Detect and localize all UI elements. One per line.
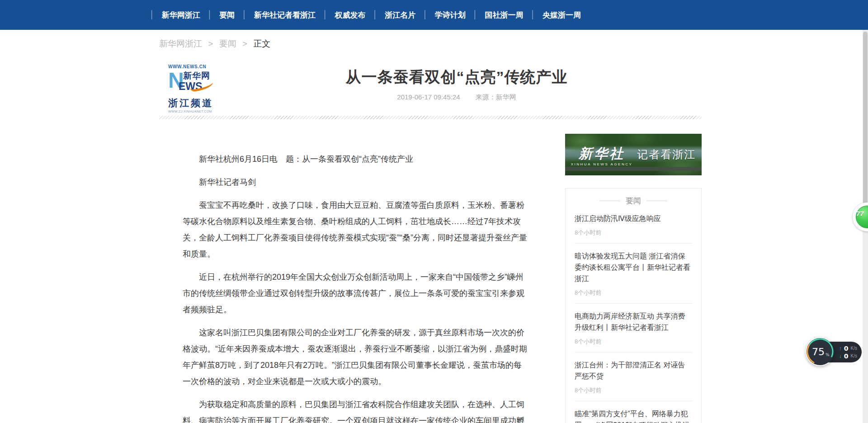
news-box-header: 要闻 bbox=[575, 196, 692, 206]
xinhuanet-logo[interactable]: WWW.NEWS.CN N 新华网 EWS 浙江频道 WWW.ZJ.XINHUA… bbox=[168, 64, 218, 113]
nav-item[interactable]: 央媒浙一周 bbox=[536, 10, 588, 20]
nav-item[interactable]: 新华社记者看浙江 bbox=[247, 10, 322, 20]
nav-item[interactable]: 国社浙一周 bbox=[478, 10, 530, 20]
breadcrumb-current: 正文 bbox=[253, 39, 270, 48]
nav-separator: │ bbox=[322, 10, 328, 19]
nav-item[interactable]: 要闻 bbox=[212, 10, 241, 20]
svg-text:75: 75 bbox=[812, 346, 825, 357]
breadcrumb-section[interactable]: 要闻 bbox=[219, 39, 236, 48]
breadcrumb-home[interactable]: 新华网浙江 bbox=[159, 39, 202, 48]
nav-item[interactable]: 浙江名片 bbox=[378, 10, 422, 20]
nav-separator: │ bbox=[241, 10, 247, 19]
header-line-right bbox=[646, 201, 667, 201]
chevron-right-icon: > bbox=[242, 39, 247, 48]
nav-separator: │ bbox=[149, 10, 155, 19]
news-item-time: 8个小时前 bbox=[575, 229, 692, 237]
news-item-title[interactable]: 暗访体验发现五大问题 浙江省消保委约谈长租公寓平台丨新华社记者看浙江 bbox=[575, 250, 692, 284]
news-item: 电商助力两岸经济新互动 共享消费升级红利丨新华社记者看浙江8个小时前 bbox=[575, 304, 692, 352]
download-speed-value: 0 bbox=[844, 352, 849, 360]
nav-item[interactable]: 权威发布 bbox=[328, 10, 373, 20]
nav-item[interactable]: 新华网浙江 bbox=[155, 10, 207, 20]
page: │新华网浙江│要闻│新华社记者看浙江│权威发布│浙江名片│学诗计划│国社浙一周│… bbox=[0, 0, 868, 423]
article-paragraph: 近日，在杭州举行的2019年全国大众创业万众创新活动周上，一家来自“中国领带之乡… bbox=[183, 269, 527, 318]
breadcrumb: 新华网浙江 > 要闻 > 正文 bbox=[159, 38, 868, 50]
speed-ball-value: 77 bbox=[856, 210, 864, 217]
hatched-divider bbox=[159, 116, 702, 119]
browser-speed-ball[interactable]: 77 bbox=[853, 202, 868, 231]
news-item-time: 8个小时前 bbox=[575, 338, 692, 346]
upload-speed-unit: K/s bbox=[851, 346, 857, 351]
article-paragraph: 为获取稳定和高质量的原料，巴贝集团与浙江省农科院合作组建攻关团队，在选种、人工饲… bbox=[183, 396, 527, 423]
news-item-time: 8个小时前 bbox=[575, 386, 692, 395]
news-item-title[interactable]: 电商助力两岸经济新互动 共享消费升级红利丨新华社记者看浙江 bbox=[575, 310, 692, 333]
news-list: 浙江启动防汛Ⅳ级应急响应8个小时前暗访体验发现五大问题 浙江省消保委约谈长租公寓… bbox=[575, 206, 692, 423]
xinhua-agency-logo: 新华社 XINHUA NEWS AGENCY bbox=[571, 145, 633, 166]
publish-date: 2019-06-17 09:45:24 bbox=[397, 93, 460, 101]
article-meta: 2019-06-17 09:45:24来源：新华网 bbox=[298, 93, 615, 102]
agency-sub-text: XINHUA NEWS AGENCY bbox=[571, 162, 633, 166]
news-item: 浙江台州：为干部澄清正名 对诬告严惩不贷8个小时前 bbox=[575, 352, 692, 401]
svg-text:%: % bbox=[826, 352, 830, 357]
nav-separator: │ bbox=[530, 10, 536, 19]
logo-channel-name: 浙江频道 bbox=[168, 97, 218, 109]
news-item: 瞄准“第四方支付”平台、网络暴力犯罪——“净网2019”专项行动深入推进8个小时… bbox=[575, 401, 692, 423]
news-item: 浙江启动防汛Ⅳ级应急响应8个小时前 bbox=[575, 206, 692, 244]
banner-title: 记者看浙江 bbox=[637, 147, 696, 162]
news-item-title[interactable]: 浙江启动防汛Ⅳ级应急响应 bbox=[575, 213, 692, 224]
sidebar-banner[interactable]: 新华社 XINHUA NEWS AGENCY 记者看浙江 bbox=[565, 134, 702, 175]
article-paragraph: 蚕宝宝不再吃桑叶，改换了口味，食用由大豆豆粕、豆腐渣等蛋白质原料，玉米粉、番薯粉… bbox=[183, 197, 527, 262]
header-line-left bbox=[599, 201, 620, 201]
nav-separator: │ bbox=[207, 10, 213, 19]
chevron-right-icon: > bbox=[208, 39, 213, 48]
headline-news-box: 要闻 浙江启动防汛Ⅳ级应急响应8个小时前暗访体验发现五大问题 浙江省消保委约谈长… bbox=[565, 188, 702, 423]
scrollbar-thumb[interactable] bbox=[863, 32, 868, 206]
nav-separator: │ bbox=[422, 10, 428, 19]
source-label: 来源： bbox=[476, 93, 496, 101]
agency-script-text: 新华社 bbox=[571, 145, 633, 163]
news-item-title[interactable]: 瞄准“第四方支付”平台、网络暴力犯罪——“净网2019”专项行动深入推进 bbox=[575, 408, 692, 423]
article-paragraph: 新华社记者马剑 bbox=[183, 174, 527, 190]
download-speed-unit: K/s bbox=[851, 353, 857, 358]
upload-speed-value: 0 bbox=[844, 345, 849, 352]
article-paragraph: 新华社杭州6月16日电 题：从一条蚕看双创“点亮”传统产业 bbox=[183, 151, 527, 167]
source-name[interactable]: 新华网 bbox=[496, 93, 516, 101]
article-body: 新华社杭州6月16日电 题：从一条蚕看双创“点亮”传统产业新华社记者马剑蚕宝宝不… bbox=[159, 134, 549, 423]
nav-item[interactable]: 学诗计划 bbox=[428, 10, 472, 20]
xinhuanet-news-logo-icon: N 新华网 EWS bbox=[168, 70, 218, 93]
logo-bottom-url: WWW.ZJ.XINHUANET.COM bbox=[168, 110, 218, 113]
nav-separator: │ bbox=[472, 10, 478, 19]
article-header: WWW.NEWS.CN N 新华网 EWS 浙江频道 WWW.ZJ.XINHUA… bbox=[159, 50, 702, 116]
top-nav-bar: │新华网浙江│要闻│新华社记者看浙江│权威发布│浙江名片│学诗计划│国社浙一周│… bbox=[0, 0, 868, 30]
memory-gauge-icon: 75 % bbox=[806, 337, 835, 366]
news-box-title: 要闻 bbox=[626, 196, 641, 206]
nav-separator: │ bbox=[373, 10, 378, 19]
sidebar: 新华社 XINHUA NEWS AGENCY 记者看浙江 要闻 浙江启动防汛Ⅳ级… bbox=[565, 134, 702, 423]
news-item: 暗访体验发现五大问题 浙江省消保委约谈长租公寓平台丨新华社记者看浙江8个小时前 bbox=[575, 244, 692, 304]
news-item-time: 8个小时前 bbox=[575, 289, 692, 297]
browser-resource-widget[interactable]: ↑ 0 K/s ↓ 0 K/s 75 % bbox=[806, 337, 864, 367]
top-nav-items: │新华网浙江│要闻│新华社记者看浙江│权威发布│浙江名片│学诗计划│国社浙一周│… bbox=[149, 10, 588, 20]
upload-arrow-icon: ↑ bbox=[839, 345, 842, 352]
news-item-title[interactable]: 浙江台州：为干部澄清正名 对诬告严惩不贷 bbox=[575, 359, 692, 382]
page-title: 从一条蚕看双创“点亮”传统产业 bbox=[298, 67, 615, 88]
download-arrow-icon: ↓ bbox=[839, 353, 842, 359]
article-paragraph: 这家名叫浙江巴贝集团有限公司的企业对工厂化养蚕的研发，源于真丝原料市场一次次的价… bbox=[183, 324, 527, 390]
